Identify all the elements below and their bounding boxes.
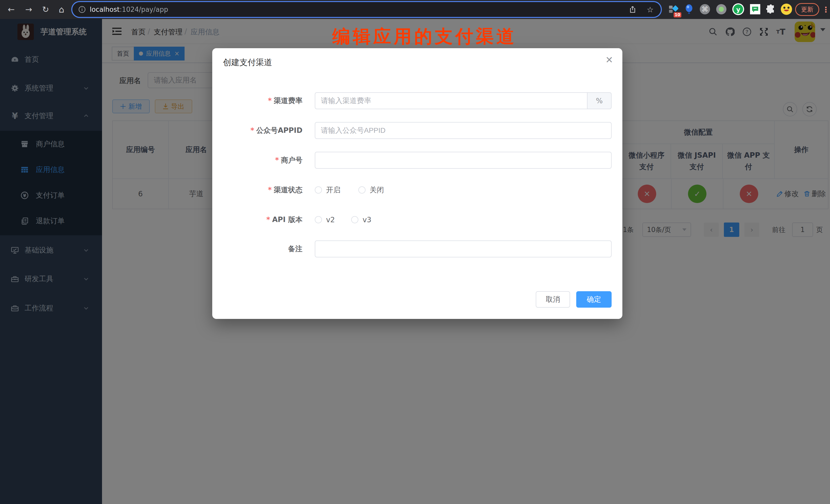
svg-text:⌘: ⌘	[702, 5, 708, 13]
radio-api-v2[interactable]: v2	[315, 216, 335, 224]
radio-circle-icon	[315, 216, 322, 223]
cancel-button[interactable]: 取消	[536, 291, 570, 308]
remark-input[interactable]	[315, 241, 612, 257]
radio-circle-icon	[358, 186, 365, 194]
appid-input[interactable]	[315, 122, 612, 139]
radio-status-off[interactable]: 关闭	[358, 185, 384, 195]
extensions-puzzle-icon[interactable]	[765, 3, 777, 15]
dialog-title: 创建支付渠道	[223, 57, 272, 68]
remark-label: 备注	[212, 244, 309, 254]
extension-command-icon[interactable]: ⌘	[699, 3, 711, 15]
svg-text:y: y	[736, 6, 740, 13]
merchant-no-label: 商户号	[212, 155, 309, 165]
profile-emoji-icon[interactable]	[780, 3, 793, 15]
api-version-label: API 版本	[212, 215, 309, 225]
radio-status-on[interactable]: 开启	[315, 185, 341, 195]
confirm-button[interactable]: 确定	[576, 291, 612, 308]
appid-label: 公众号APPID	[212, 126, 309, 135]
url-text[interactable]: localhost:1024/pay/app	[90, 6, 168, 13]
browser-back-icon[interactable]: ←	[4, 0, 19, 19]
radio-circle-icon	[315, 186, 322, 194]
radio-api-v3[interactable]: v3	[351, 216, 371, 224]
channel-status-label: 渠道状态	[212, 185, 309, 195]
percent-suffix: %	[587, 92, 612, 109]
extension-chat-icon[interactable]	[749, 3, 761, 15]
share-icon[interactable]	[629, 6, 636, 13]
extension-balloon-icon[interactable]	[683, 3, 695, 15]
site-info-icon[interactable]	[78, 6, 86, 13]
browser-update-button[interactable]: 更新	[795, 3, 819, 16]
browser-home-icon[interactable]: ⌂	[54, 0, 69, 19]
close-icon[interactable]: ✕	[605, 55, 613, 65]
merchant-no-input[interactable]	[315, 152, 612, 169]
extension-y-icon[interactable]: y	[732, 3, 744, 15]
bookmark-star-icon[interactable]: ☆	[647, 5, 653, 14]
create-pay-channel-dialog: 创建支付渠道 ✕ 渠道费率 % 公众号APPID 商户号 渠道状态	[212, 48, 622, 319]
browser-menu-icon[interactable]: ⋮	[822, 0, 829, 19]
screen: ← → ↻ ⌂ localhost:1024/pay/app ☆ 10 ⌘	[0, 0, 830, 504]
extension-badge: 10	[674, 12, 681, 18]
rate-input[interactable]	[315, 92, 587, 109]
browser-forward-icon[interactable]: →	[22, 0, 36, 19]
radio-circle-icon	[351, 216, 358, 223]
rate-label: 渠道费率	[212, 96, 309, 106]
extension-diamond-icon[interactable]: 10	[667, 3, 679, 15]
extension-dot-icon[interactable]	[715, 3, 728, 15]
browser-reload-icon[interactable]: ↻	[38, 0, 53, 19]
address-bar[interactable]: localhost:1024/pay/app ☆	[72, 2, 661, 17]
browser-toolbar: ← → ↻ ⌂ localhost:1024/pay/app ☆ 10 ⌘	[0, 0, 830, 19]
annotation-text: 编辑应用的支付渠道	[332, 25, 517, 49]
